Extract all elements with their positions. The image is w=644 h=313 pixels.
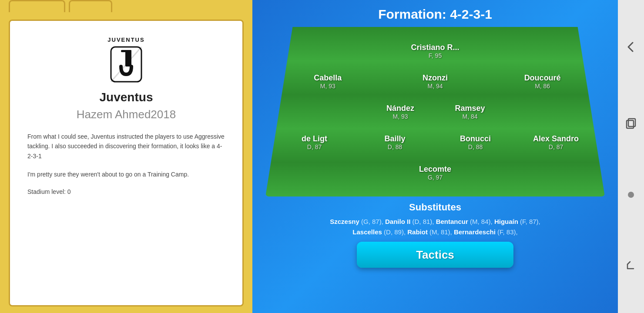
player-doucoure: Doucouré M, 86 (512, 73, 573, 90)
sub-higuain: Higuaín (494, 218, 518, 225)
stadium-info: Stadium level: 0 (27, 188, 225, 195)
player-cabella: Cabella M, 93 (297, 73, 358, 90)
sub-bentancur: Bentancur (436, 218, 468, 225)
player-ramsey: Ramsey M, 84 (439, 104, 500, 120)
row-defensive-mid: Nández M, 93 Ramsey M, 84 (274, 104, 596, 120)
extra-note: I'm pretty sure they weren't about to go… (27, 170, 225, 179)
team-logo: JUVENTUS (100, 34, 152, 86)
back-icon[interactable] (623, 39, 639, 55)
brand-text: JUVENTUS (107, 37, 144, 43)
folder-tabs (9, 0, 112, 12)
folder-tab-2 (69, 0, 112, 12)
sub-rabiot: Rabiot (407, 228, 428, 236)
substitutes-title: Substitutes (265, 202, 605, 213)
row-defenders: de Ligt D, 87 Bailly D, 88 Bonucci D, 88… (274, 134, 596, 150)
pitch: Cristiano R... F, 95 Cabella M, 93 Nzonz… (265, 27, 605, 196)
return-icon[interactable] (623, 258, 639, 274)
player-de-ligt: de Ligt D, 87 (284, 134, 345, 150)
folder-tab-1 (9, 0, 65, 12)
formation-title: Formation: 4-2-3-1 (378, 7, 492, 22)
copy-icon[interactable] (623, 115, 639, 131)
side-nav (618, 0, 644, 313)
player-bailly: Bailly D, 88 (365, 134, 426, 150)
player-alex-sandro: Alex Sandro D, 87 (526, 134, 587, 150)
player-lecomte: Lecomte G, 97 (405, 165, 466, 181)
dot-indicator (628, 192, 634, 198)
team-name: Juventus (100, 90, 153, 104)
tactics-button[interactable]: Tactics (357, 242, 513, 268)
juve-emblem-svg (109, 45, 144, 84)
substitutes-list: Szczesny (G, 87), Danilo II (D, 81), Ben… (265, 216, 605, 237)
user-name: Hazem Ahmed2018 (77, 108, 176, 121)
player-nandez: Nández M, 93 (370, 104, 431, 120)
sub-lascelles: Lascelles (352, 228, 382, 236)
sub-danilo: Danilo II (385, 218, 410, 225)
substitutes-section: Substitutes Szczesny (G, 87), Danilo II … (265, 202, 605, 237)
player-cristiano: Cristiano R... F, 95 (405, 43, 466, 59)
player-bonucci: Bonucci D, 88 (445, 134, 506, 150)
player-nzonzi: Nzonzi M, 94 (405, 73, 466, 90)
row-attacking-mid: Cabella M, 93 Nzonzi M, 94 Doucouré M, 8… (274, 73, 596, 90)
row-forward: Cristiano R... F, 95 (274, 43, 596, 59)
right-panel: Formation: 4-2-3-1 Cristiano R... F, 95 … (252, 0, 618, 313)
left-panel: JUVENTUS Juventus Hazem Ahmed2018 From w… (0, 0, 252, 313)
sub-bernardeschi: Bernardeschi (454, 228, 496, 236)
row-goalkeeper: Lecomte G, 97 (274, 165, 596, 181)
svg-rect-4 (627, 120, 634, 128)
sub-szczesny: Szczesny (330, 218, 359, 225)
svg-rect-5 (628, 119, 635, 127)
description-text: From what I could see, Juventus instruct… (27, 132, 225, 161)
folder-body: JUVENTUS Juventus Hazem Ahmed2018 From w… (9, 20, 244, 306)
